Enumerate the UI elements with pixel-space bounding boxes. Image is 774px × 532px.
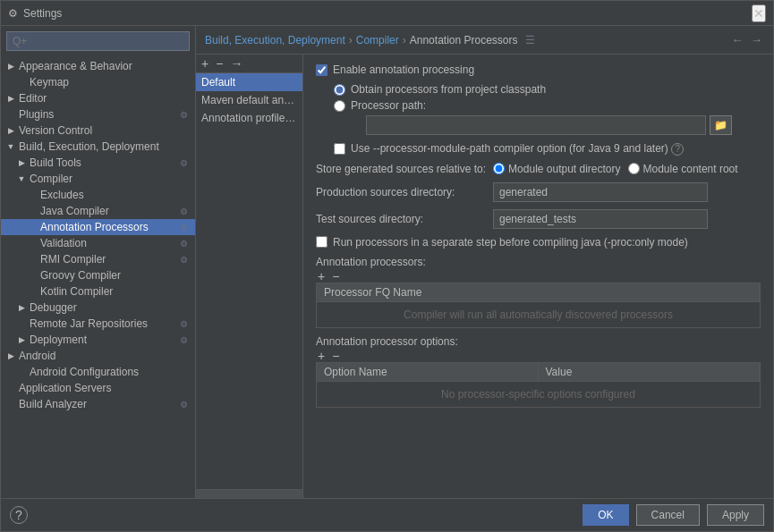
profile-item[interactable]: Default bbox=[196, 73, 302, 91]
tree: ▶Appearance & BehaviorKeymap▶EditorPlugi… bbox=[1, 56, 195, 498]
main-content: ▶Appearance & BehaviorKeymap▶EditorPlugi… bbox=[1, 26, 773, 498]
sidebar-item-android[interactable]: ▶Android bbox=[1, 348, 195, 364]
breadcrumb-settings-icon: ☰ bbox=[525, 34, 535, 46]
breadcrumb-item-0[interactable]: Build, Execution, Deployment bbox=[205, 34, 345, 46]
arrow-icon: ▼ bbox=[15, 174, 28, 183]
sidebar-item-compiler[interactable]: ▼Compiler bbox=[1, 171, 195, 187]
module-output-radio[interactable] bbox=[493, 163, 505, 174]
gear-icon: ⚙ bbox=[180, 207, 191, 216]
sidebar-item-build-exec[interactable]: ▼Build, Execution, Deployment bbox=[1, 139, 195, 155]
apply-button[interactable]: Apply bbox=[707, 504, 764, 526]
run-processors-checkbox[interactable] bbox=[316, 236, 327, 248]
module-path-checkbox[interactable] bbox=[334, 143, 345, 155]
add-profile-button[interactable]: + bbox=[200, 57, 210, 70]
module-content-radio[interactable] bbox=[628, 163, 640, 174]
gear-icon: ⚙ bbox=[180, 239, 191, 249]
sidebar: ▶Appearance & BehaviorKeymap▶EditorPlugi… bbox=[1, 26, 196, 498]
processor-path-radio[interactable] bbox=[334, 100, 345, 112]
breadcrumb: Build, Execution, Deployment › Compiler … bbox=[196, 26, 773, 55]
processor-path-row: Processor path: bbox=[334, 99, 761, 112]
breadcrumb-sep-1: › bbox=[403, 34, 406, 46]
sidebar-item-label: Groovy Compiler bbox=[40, 269, 191, 282]
sidebar-item-build-tools[interactable]: ▶Build Tools⚙ bbox=[1, 155, 195, 171]
sidebar-item-label: Kotlin Compiler bbox=[40, 285, 191, 298]
sidebar-item-label: Validation bbox=[40, 237, 180, 249]
obtain-processors-radio[interactable] bbox=[334, 84, 345, 96]
test-sources-row: Test sources directory: bbox=[316, 209, 761, 229]
sidebar-item-label: Excludes bbox=[40, 189, 191, 201]
sidebar-item-app-servers[interactable]: Application Servers bbox=[1, 380, 195, 396]
sidebar-item-rmi-compiler[interactable]: RMI Compiler⚙ bbox=[1, 251, 195, 267]
ok-button[interactable]: OK bbox=[583, 504, 628, 526]
arrow-icon: ▶ bbox=[15, 158, 28, 167]
run-processors-row: Run processors in a separate step before… bbox=[316, 236, 761, 249]
breadcrumb-item-1[interactable]: Compiler bbox=[356, 34, 399, 46]
test-sources-input[interactable] bbox=[493, 209, 708, 229]
sidebar-item-plugins[interactable]: Plugins⚙ bbox=[1, 106, 195, 122]
remove-profile-button[interactable]: − bbox=[214, 57, 225, 70]
sidebar-item-deployment[interactable]: ▶Deployment⚙ bbox=[1, 332, 195, 348]
sidebar-item-keymap[interactable]: Keymap bbox=[1, 74, 195, 90]
browse-folder-button[interactable]: 📁 bbox=[710, 115, 732, 135]
options-table: Option Name Value No processor-specific … bbox=[316, 362, 761, 408]
gear-icon: ⚙ bbox=[180, 319, 191, 329]
sidebar-item-groovy-compiler[interactable]: Groovy Compiler bbox=[1, 267, 195, 283]
sidebar-item-excludes[interactable]: Excludes bbox=[1, 187, 195, 203]
module-content-label: Module content root bbox=[643, 163, 738, 175]
gear-icon: ⚙ bbox=[180, 335, 191, 345]
search-input[interactable] bbox=[6, 31, 190, 51]
profile-item[interactable]: Maven default annota... bbox=[196, 91, 302, 109]
more-profile-button[interactable]: → bbox=[228, 57, 244, 70]
horizontal-scrollbar[interactable] bbox=[196, 489, 302, 498]
sidebar-item-appearance[interactable]: ▶Appearance & Behavior bbox=[1, 58, 195, 74]
module-content-option: Module content root bbox=[628, 163, 738, 175]
profile-item[interactable]: Annotation profile fo... bbox=[196, 109, 302, 127]
back-button[interactable]: ← bbox=[729, 31, 744, 48]
remove-option-button[interactable]: − bbox=[330, 350, 341, 362]
help-icon[interactable]: ? bbox=[671, 143, 684, 156]
sidebar-item-kotlin-compiler[interactable]: Kotlin Compiler bbox=[1, 283, 195, 300]
add-option-button[interactable]: + bbox=[316, 350, 327, 362]
run-processors-label: Run processors in a separate step before… bbox=[333, 236, 688, 249]
dialog-title: Settings bbox=[23, 7, 62, 20]
module-path-row: Use --processor-module-path compiler opt… bbox=[334, 142, 761, 156]
gear-icon: ⚙ bbox=[180, 400, 191, 410]
sidebar-item-annotation-processors[interactable]: Annotation Processors⚙ bbox=[1, 219, 195, 235]
sidebar-item-label: Plugins bbox=[19, 108, 180, 121]
processor-source-group: Obtain processors from project classpath… bbox=[334, 83, 761, 135]
add-processor-button[interactable]: + bbox=[316, 270, 327, 283]
main-panel: Build, Execution, Deployment › Compiler … bbox=[196, 26, 773, 498]
profiles-panel: + − → DefaultMaven default annota...Anno… bbox=[196, 55, 303, 498]
sidebar-item-version-control[interactable]: ▶Version Control bbox=[1, 122, 195, 139]
sidebar-item-android-configs[interactable]: Android Configurations bbox=[1, 364, 195, 380]
sidebar-item-label: Debugger bbox=[30, 301, 191, 314]
breadcrumb-current: Annotation Processors bbox=[410, 34, 518, 46]
help-button[interactable]: ? bbox=[10, 506, 28, 524]
production-sources-input[interactable] bbox=[493, 182, 708, 202]
breadcrumb-sep-0: › bbox=[349, 34, 353, 46]
settings-dialog: ⚙ Settings ✕ ▶Appearance & BehaviorKeyma… bbox=[0, 0, 774, 532]
obtain-processors-row: Obtain processors from project classpath bbox=[334, 83, 761, 96]
arrow-icon: ▶ bbox=[15, 335, 28, 344]
sidebar-item-remote-jar[interactable]: Remote Jar Repositories⚙ bbox=[1, 316, 195, 332]
remove-processor-button[interactable]: − bbox=[330, 270, 341, 283]
forward-button[interactable]: → bbox=[749, 31, 764, 48]
option-name-header: Option Name bbox=[317, 363, 539, 381]
sidebar-item-java-compiler[interactable]: Java Compiler⚙ bbox=[1, 203, 195, 219]
sidebar-item-build-analyzer[interactable]: Build Analyzer⚙ bbox=[1, 396, 195, 412]
sidebar-item-debugger[interactable]: ▶Debugger bbox=[1, 300, 195, 316]
arrow-icon: ▶ bbox=[4, 94, 17, 103]
cancel-button[interactable]: Cancel bbox=[636, 504, 700, 526]
enable-annotation-checkbox[interactable] bbox=[316, 64, 327, 76]
breadcrumb-actions: ← → bbox=[729, 31, 764, 48]
panel-with-list: + − → DefaultMaven default annota...Anno… bbox=[196, 55, 773, 498]
close-button[interactable]: ✕ bbox=[752, 4, 766, 22]
processors-table: Processor FQ Name Compiler will run all … bbox=[316, 283, 761, 328]
gear-icon: ⚙ bbox=[180, 158, 191, 168]
processors-table-header: Processor FQ Name bbox=[317, 283, 760, 302]
sidebar-item-editor[interactable]: ▶Editor bbox=[1, 90, 195, 106]
module-path-label: Use --processor-module-path compiler opt… bbox=[351, 142, 684, 156]
sidebar-item-validation[interactable]: Validation⚙ bbox=[1, 235, 195, 251]
processor-path-input[interactable] bbox=[366, 115, 706, 135]
sidebar-item-label: Annotation Processors bbox=[40, 221, 180, 233]
